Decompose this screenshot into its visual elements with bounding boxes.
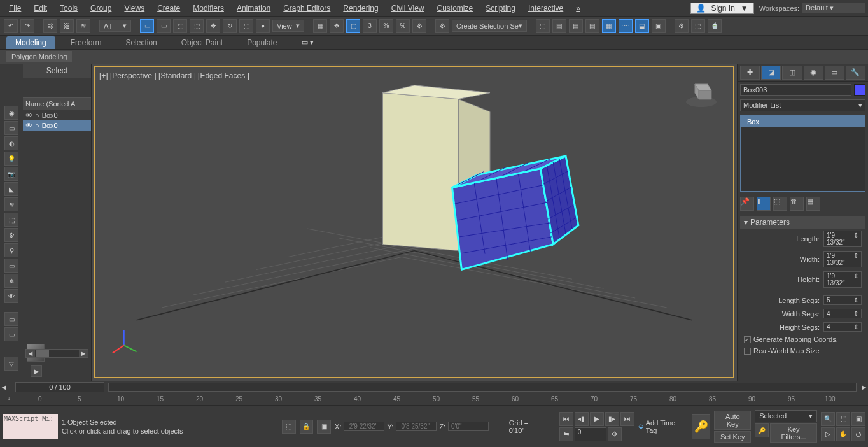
menu-group[interactable]: Group <box>84 1 118 15</box>
pin-stack-button[interactable]: 📌 <box>740 197 754 211</box>
menu-views[interactable]: Views <box>118 1 151 15</box>
curve-editor-button[interactable]: ▦ <box>602 19 616 33</box>
render-prod-button[interactable]: ⬚ <box>691 19 705 33</box>
object-color-swatch[interactable] <box>854 84 865 96</box>
z-field[interactable]: 0'0" <box>448 422 489 431</box>
lock-icon[interactable]: 🔒 <box>300 420 314 434</box>
menu-animation[interactable]: Animation <box>230 1 277 15</box>
snap-toggle-button[interactable]: ▢ <box>346 19 360 33</box>
left-tool-a[interactable]: ▭ <box>4 312 18 326</box>
menu-overflow[interactable]: » <box>570 1 587 15</box>
rotate-button[interactable]: ↻ <box>223 19 237 33</box>
rollout-header[interactable]: ▾ Parameters <box>740 216 865 229</box>
goto-end-button[interactable]: ⏭ <box>620 412 634 426</box>
ref-coord-dropdown[interactable]: View▾ <box>272 20 304 32</box>
y-field[interactable]: -0'8 25/32" <box>396 422 437 431</box>
gen-mapping-checkbox[interactable]: Generate Mapping Coords. <box>740 334 865 345</box>
scroll-left-icon[interactable]: ◄ <box>26 350 35 357</box>
trackbar-toggle[interactable]: ⫰ <box>8 395 11 402</box>
display-geometry-icon[interactable]: ▭ <box>4 121 18 135</box>
freeze-icon[interactable]: ○ <box>35 122 39 129</box>
zoom-all-icon[interactable]: ⬚ <box>836 412 850 426</box>
menu-create[interactable]: Create <box>151 1 186 15</box>
ribbon-tab-populate[interactable]: Populate <box>238 36 286 49</box>
selection-filter-dropdown[interactable]: All▾ <box>99 20 131 32</box>
key-filter-dropdown[interactable]: Selected▾ <box>755 410 817 422</box>
menu-edit[interactable]: Edit <box>27 1 53 15</box>
workspaces-dropdown[interactable]: Default ▾ <box>802 3 865 13</box>
named-selset-edit-button[interactable]: ⚙ <box>412 19 426 33</box>
selection-lock-icon[interactable]: ⬚ <box>282 420 296 434</box>
tab-hierarchy[interactable]: ◫ <box>782 66 802 80</box>
pivot-center-button[interactable]: ▦ <box>313 19 327 33</box>
filter-icon[interactable]: ▽ <box>4 357 18 371</box>
menu-rendering[interactable]: Rendering <box>337 1 384 15</box>
ribbon-panel-polygon-modeling[interactable]: Polygon Modeling <box>6 51 72 62</box>
hseg-spinner[interactable]: 4⇕ <box>823 322 862 332</box>
time-slider-track[interactable] <box>108 383 857 392</box>
layer-button[interactable]: ▤ <box>569 19 583 33</box>
setkey-button[interactable]: Set Key <box>714 431 751 443</box>
eye-icon[interactable]: 👁 <box>25 111 32 119</box>
display-lights-icon[interactable]: 💡 <box>4 152 18 166</box>
select-rect-button[interactable]: ⬚ <box>173 19 187 33</box>
length-spinner[interactable]: 1'9 13/32"⇕ <box>823 231 862 247</box>
material-editor-button[interactable]: ⬓ <box>635 19 649 33</box>
display-frozen-icon[interactable]: ❄ <box>4 274 18 288</box>
toggle-ribbon-button[interactable]: ▤ <box>585 19 599 33</box>
unlink-button[interactable]: ⛓ <box>60 19 74 33</box>
menu-graph-editors[interactable]: Graph Editors <box>277 1 337 15</box>
play-button[interactable]: ▶ <box>590 412 604 426</box>
add-time-tag-icon[interactable]: ⬙ <box>638 422 643 430</box>
show-result-button[interactable]: Ⅱ <box>757 197 771 211</box>
display-cameras-icon[interactable]: 📷 <box>4 167 18 181</box>
named-selset-button[interactable]: ⚙ <box>435 19 449 33</box>
tab-create[interactable]: ✚ <box>740 66 760 80</box>
align-button[interactable]: ▤ <box>552 19 566 33</box>
bind-spacewarp-button[interactable]: ≋ <box>76 19 90 33</box>
x-field[interactable]: -2'9 22/32" <box>344 422 384 431</box>
object-name-field[interactable]: Box003 <box>740 84 851 96</box>
render-button[interactable]: 🍵 <box>708 19 722 33</box>
freeze-icon[interactable]: ○ <box>35 111 39 119</box>
window-crossing-button[interactable]: ⬚ <box>190 19 204 33</box>
signin-button[interactable]: 👤 Sign In ▼ <box>690 3 754 14</box>
move-button[interactable]: ✥ <box>206 19 220 33</box>
zoom-icon[interactable]: 🔍 <box>821 412 835 426</box>
mirror-button[interactable]: ⬚ <box>536 19 550 33</box>
make-unique-button[interactable]: ⬚ <box>773 197 787 211</box>
ribbon-tab-freeform[interactable]: Freeform <box>62 36 111 49</box>
named-selset-dropdown[interactable]: Create Selection Se▾ <box>452 20 527 32</box>
goto-start-button[interactable]: ⏮ <box>559 412 573 426</box>
current-frame-field[interactable]: 0 <box>575 427 606 441</box>
isolate-icon[interactable]: ▣ <box>317 420 331 434</box>
wseg-spinner[interactable]: 4⇕ <box>823 309 862 318</box>
maxscript-listener[interactable]: MAXScript Mi: <box>3 414 58 439</box>
time-config-button[interactable]: ⚙ <box>608 427 622 441</box>
display-groups-icon[interactable]: ⬚ <box>4 213 18 227</box>
placement-button[interactable]: ● <box>256 19 270 33</box>
keyfilters-button[interactable]: Key Filters... <box>770 423 817 443</box>
select-by-name-button[interactable]: ▭ <box>157 19 171 33</box>
modifier-stack-item-box[interactable]: Box <box>741 116 865 127</box>
render-frame-button[interactable]: ⚙ <box>675 19 689 33</box>
spinner-snap-button[interactable]: % <box>396 19 410 33</box>
ribbon-tab-object-paint[interactable]: Object Paint <box>172 36 232 49</box>
viewcube[interactable] <box>682 74 720 112</box>
modifier-list-dropdown[interactable]: Modifier List▾ <box>740 99 865 111</box>
percent-snap-button[interactable]: % <box>379 19 393 33</box>
prev-frame-button[interactable]: ◂▮ <box>575 412 589 426</box>
tab-modify[interactable]: ◪ <box>761 66 781 80</box>
menu-scripting[interactable]: Scripting <box>479 1 522 15</box>
timeline-right-arrow[interactable]: ► <box>860 383 868 391</box>
angle-snap-button[interactable]: 3 <box>363 19 377 33</box>
left-tool-b[interactable]: ▭ <box>4 327 18 341</box>
key-mode-button[interactable]: ⇆ <box>559 427 573 441</box>
viewport-label[interactable]: [+] [Perspective ] [Standard ] [Edged Fa… <box>99 71 249 80</box>
scene-scrollbar[interactable]: ◄ ► <box>25 349 88 358</box>
add-time-tag-label[interactable]: Add Time Tag <box>646 419 688 434</box>
ribbon-tab-modeling[interactable]: Modeling <box>6 36 55 49</box>
scene-item-box0[interactable]: 👁○ Box0 <box>23 110 91 120</box>
perspective-viewport[interactable]: [+] [Perspective ] [Standard ] [Edged Fa… <box>94 66 734 378</box>
display-helpers-icon[interactable]: ◣ <box>4 182 18 196</box>
